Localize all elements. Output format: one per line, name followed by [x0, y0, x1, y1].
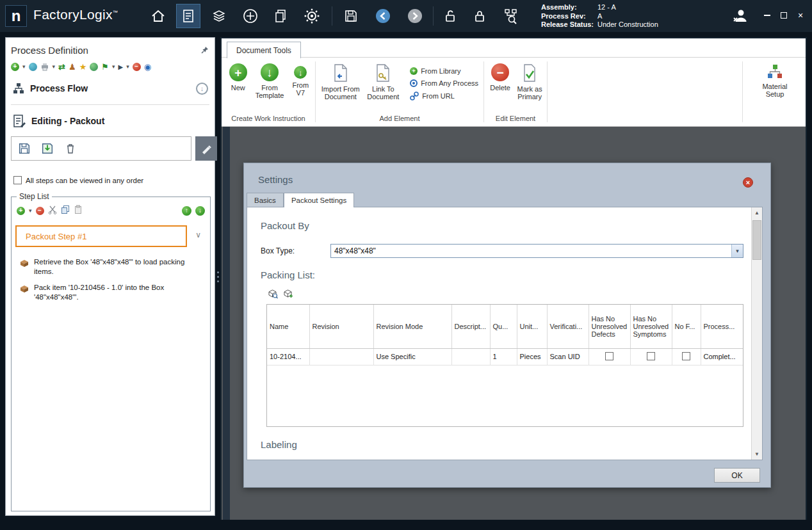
import-from-document-button[interactable]: Import From Document — [320, 63, 362, 100]
tab-packout-settings[interactable]: Packout Settings — [284, 193, 354, 207]
scrollbar-thumb[interactable] — [752, 220, 761, 260]
new-button[interactable]: + New — [225, 63, 250, 99]
checkbox[interactable] — [605, 352, 613, 360]
scroll-up-button[interactable]: ▲ — [752, 207, 762, 218]
find-item-button[interactable] — [267, 288, 279, 300]
save-step-button[interactable] — [15, 140, 33, 157]
record-icon[interactable]: ◉ — [144, 63, 151, 71]
dialog-close-button[interactable]: × — [743, 177, 753, 188]
person-icon[interactable]: ♟ — [69, 63, 76, 71]
cell-defects-checkbox[interactable] — [589, 348, 630, 365]
globe-icon[interactable] — [29, 63, 37, 71]
save-button[interactable] — [339, 4, 363, 28]
col-verification[interactable]: Verificati... — [547, 305, 589, 348]
delete-step-button[interactable] — [61, 140, 79, 157]
step-chevron-icon[interactable]: ∨ — [195, 230, 201, 239]
cell-verification[interactable]: Scan UID — [547, 348, 589, 365]
grid-data-row[interactable]: 10-2104... Use Specific 1 Pieces Scan UI… — [267, 348, 743, 365]
sync-icon[interactable]: ⇄ — [58, 63, 65, 71]
pin-icon[interactable] — [200, 45, 209, 54]
cell-name[interactable]: 10-2104... — [267, 348, 309, 365]
import-button[interactable] — [38, 140, 56, 157]
process-definition-button[interactable] — [176, 4, 200, 28]
edit-mode-button[interactable] — [195, 136, 217, 161]
scroll-down-button[interactable]: ▼ — [752, 449, 762, 460]
col-process[interactable]: Process... — [701, 305, 743, 348]
lock-button[interactable] — [467, 4, 492, 28]
tab-basics[interactable]: Basics — [247, 193, 284, 207]
checkbox[interactable] — [647, 352, 655, 360]
home-button[interactable] — [146, 4, 170, 28]
cell-revision[interactable] — [309, 348, 373, 365]
cell-units[interactable]: Pieces — [517, 348, 547, 365]
star-icon[interactable]: ★ — [79, 63, 87, 71]
col-no-f[interactable]: No F... — [672, 305, 701, 348]
from-any-process-button[interactable]: From Any Process — [410, 79, 478, 87]
user-button[interactable] — [727, 4, 752, 28]
documents-button[interactable] — [268, 4, 293, 28]
minimize-button[interactable] — [759, 8, 775, 23]
add-item-button[interactable] — [282, 288, 294, 300]
step-action-item[interactable]: Retrieve the Box '48"x48"x48"' to load p… — [19, 257, 206, 277]
flag-icon[interactable]: ⚑ — [101, 63, 109, 71]
col-name[interactable]: Name — [267, 305, 309, 348]
back-button[interactable] — [371, 4, 395, 28]
chevron-down-icon[interactable]: ▾ — [22, 63, 26, 71]
unlock-button[interactable] — [438, 4, 462, 28]
box-type-combobox[interactable]: 48"x48"x48" ▾ — [330, 244, 743, 258]
step-action-item[interactable]: Pack item '10-210456 - 1.0' into the Box… — [19, 283, 206, 302]
from-template-button[interactable]: ↓ From Template — [253, 63, 286, 99]
combobox-dropdown-button[interactable]: ▾ — [731, 245, 743, 257]
chevron-down-icon[interactable]: ▾ — [112, 63, 115, 71]
paste-icon[interactable] — [74, 205, 83, 217]
delete-element-button[interactable]: − Delete — [488, 63, 512, 100]
material-setup-button[interactable]: Material Setup — [755, 63, 795, 98]
run-icon[interactable]: ▶ — [118, 63, 123, 71]
panel-splitter[interactable] — [217, 271, 219, 282]
mark-as-primary-button[interactable]: Mark as Primary — [515, 63, 544, 100]
col-revision[interactable]: Revision — [309, 305, 373, 348]
move-down-icon[interactable]: ↓ — [195, 206, 205, 216]
chevron-down-icon[interactable]: ▾ — [53, 63, 56, 71]
search-process-button[interactable] — [499, 4, 523, 28]
globe-publish-icon[interactable] — [90, 63, 98, 71]
link-to-document-button[interactable]: Link To Document — [364, 63, 403, 100]
from-library-button[interactable]: + From Library — [410, 67, 478, 75]
add-step-icon[interactable]: + — [17, 207, 25, 215]
cell-symptoms-checkbox[interactable] — [630, 348, 672, 365]
chevron-down-icon[interactable]: ▾ — [126, 63, 129, 71]
cell-process[interactable]: Complet... — [701, 348, 743, 365]
remove-icon[interactable]: − — [133, 63, 141, 71]
deploy-button[interactable] — [238, 4, 263, 28]
col-quantity[interactable]: Qu... — [490, 305, 517, 348]
col-units[interactable]: Unit... — [517, 305, 547, 348]
cut-icon[interactable] — [48, 205, 57, 217]
templates-button[interactable] — [207, 4, 231, 28]
process-flow-row[interactable]: Process Flow ↓ — [12, 80, 208, 97]
selected-step[interactable]: Packout Step #1 — [15, 225, 187, 247]
cell-revision-mode[interactable]: Use Specific — [373, 348, 451, 365]
close-window-button[interactable]: × — [793, 8, 808, 23]
collapse-icon[interactable]: ↓ — [196, 83, 208, 95]
checkbox[interactable] — [13, 176, 22, 184]
any-order-checkbox-row[interactable]: All steps can be viewed in any order — [13, 176, 143, 184]
print-icon[interactable] — [40, 62, 49, 71]
dialog-scrollbar[interactable]: ▲ ▼ — [751, 207, 762, 460]
move-up-icon[interactable]: ↑ — [182, 206, 191, 216]
copy-icon[interactable] — [61, 205, 70, 217]
chevron-down-icon[interactable]: ▾ — [29, 207, 32, 215]
tab-document-tools[interactable]: Document Tools — [227, 42, 301, 58]
from-url-button[interactable]: From URL — [410, 92, 478, 100]
forward-button[interactable] — [403, 4, 427, 28]
col-revision-mode[interactable]: Revision Mode — [373, 305, 451, 348]
col-description[interactable]: Descript... — [451, 305, 490, 348]
from-v7-button[interactable]: ↓ From V7 — [289, 63, 313, 99]
add-icon[interactable]: + — [11, 63, 19, 71]
cell-description[interactable] — [451, 348, 490, 365]
col-no-unresolved-defects[interactable]: Has No Unresolved Defects — [589, 305, 630, 348]
cell-quantity[interactable]: 1 — [490, 348, 517, 365]
remove-step-icon[interactable]: − — [36, 207, 44, 215]
settings-button[interactable] — [300, 4, 324, 28]
maximize-button[interactable] — [776, 8, 792, 23]
checkbox[interactable] — [682, 352, 690, 360]
